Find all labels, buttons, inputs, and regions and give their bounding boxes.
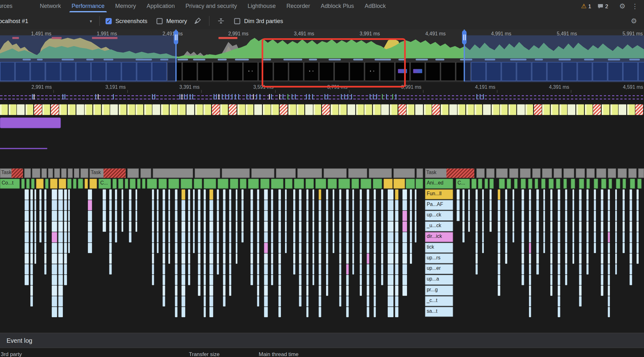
flame-entry[interactable] [637, 232, 639, 243]
task-bar[interactable] [629, 168, 637, 178]
flame-entry[interactable] [181, 275, 185, 285]
flame-entry[interactable] [30, 200, 33, 210]
flame-entry[interactable] [271, 253, 273, 264]
task-bar[interactable] [608, 168, 616, 178]
flame-entry[interactable] [278, 264, 281, 275]
memory-checkbox[interactable]: Memory [156, 18, 187, 24]
flame-entry[interactable] [21, 179, 25, 189]
flame-entry[interactable] [319, 275, 321, 285]
task-bar[interactable] [195, 168, 220, 178]
flame-entry[interactable] [563, 179, 567, 189]
flame-entry[interactable] [544, 200, 545, 210]
flame-entry[interactable] [498, 189, 500, 200]
flame-entry[interactable] [594, 232, 596, 243]
frame-cell[interactable] [635, 104, 643, 115]
flame-entry[interactable] [579, 211, 582, 221]
flame-entry[interactable] [388, 275, 393, 285]
flame-entry[interactable] [30, 221, 33, 232]
flame-entry-labeled[interactable]: Ani...ed [425, 179, 453, 189]
flame-entry[interactable] [52, 275, 57, 285]
flame-entry[interactable] [601, 253, 603, 264]
flame-entry[interactable] [168, 243, 170, 253]
flame-entry[interactable] [565, 275, 567, 285]
flame-entry[interactable] [251, 211, 253, 221]
flame-entry[interactable] [307, 275, 308, 285]
flame-entry[interactable] [115, 200, 117, 210]
flame-entry[interactable] [388, 307, 393, 317]
task-bar[interactable] [153, 168, 193, 178]
flame-entry[interactable] [333, 221, 334, 232]
flame-entry[interactable] [544, 189, 545, 200]
flame-entry[interactable] [204, 296, 206, 307]
flame-entry[interactable] [175, 253, 178, 264]
flame-entry[interactable] [482, 243, 484, 253]
flame-entry[interactable] [608, 253, 610, 264]
flame-entry[interactable] [257, 296, 259, 307]
flame-entry[interactable] [198, 264, 200, 275]
frames-track[interactable] [0, 104, 644, 117]
flame-entry[interactable] [579, 264, 582, 275]
flame-entry[interactable] [489, 200, 491, 210]
flame-entry[interactable] [352, 200, 354, 210]
flame-entry[interactable] [416, 179, 423, 189]
frame-cell[interactable] [305, 104, 313, 115]
flame-entry[interactable] [218, 179, 228, 189]
flame-entry[interactable] [278, 200, 281, 210]
flame-entry[interactable] [558, 221, 560, 232]
memory-checkbox-box[interactable] [156, 18, 162, 24]
flame-entry[interactable] [181, 221, 185, 232]
flame-entry[interactable] [608, 189, 610, 200]
flame-entry[interactable] [68, 221, 70, 232]
frame-cell[interactable] [568, 104, 576, 115]
flame-entry[interactable] [623, 243, 624, 253]
flame-entry[interactable] [152, 275, 154, 285]
flame-entry[interactable] [550, 221, 552, 232]
flame-entry[interactable] [558, 200, 560, 210]
flame-entry[interactable] [623, 221, 624, 232]
frame-cell[interactable] [85, 104, 93, 115]
flame-entry[interactable] [58, 307, 63, 317]
flame-entry[interactable] [374, 189, 376, 200]
flame-entry[interactable] [241, 200, 243, 210]
flame-entry[interactable] [30, 243, 33, 253]
task-bar[interactable] [586, 168, 595, 178]
flame-entry[interactable] [64, 264, 67, 275]
flame-entry[interactable] [278, 211, 281, 221]
flame-entry[interactable] [326, 243, 328, 253]
flame-entry[interactable] [586, 221, 588, 232]
flame-entry[interactable] [115, 211, 117, 221]
flame-entry[interactable] [529, 200, 531, 210]
frame-cell[interactable] [280, 104, 288, 115]
flame-entry[interactable] [68, 232, 70, 243]
task-bar[interactable] [596, 168, 606, 178]
flame-entry[interactable] [315, 179, 326, 189]
flame-entry[interactable] [278, 286, 281, 296]
flame-entry[interactable] [85, 179, 88, 189]
flame-entry[interactable] [293, 253, 295, 264]
flame-entry[interactable] [522, 253, 524, 264]
flame-entry[interactable] [498, 243, 500, 253]
flame-entry[interactable] [476, 221, 477, 232]
flame-entry-labeled[interactable]: _c...t [425, 296, 453, 306]
flame-entry[interactable] [129, 189, 131, 200]
flame-entry[interactable] [293, 232, 295, 243]
flame-entry[interactable] [64, 211, 67, 221]
flame-entry[interactable] [381, 264, 383, 275]
flame-entry[interactable] [88, 232, 92, 243]
flame-entry[interactable] [403, 221, 407, 232]
flame-entry[interactable] [193, 221, 195, 232]
flame-entry[interactable] [471, 179, 477, 189]
flame-entry[interactable] [586, 211, 588, 221]
flame-entry[interactable] [229, 253, 231, 264]
flame-entry[interactable] [168, 253, 170, 264]
flame-entry[interactable] [236, 221, 237, 232]
flame-entry[interactable] [333, 189, 334, 200]
flame-entry[interactable] [313, 189, 314, 200]
flame-entry[interactable] [346, 200, 349, 210]
flame-entry[interactable] [388, 232, 393, 243]
flame-entry[interactable] [64, 243, 67, 253]
flame-entry[interactable] [393, 179, 405, 189]
task-bar[interactable] [68, 168, 73, 178]
flame-entry[interactable] [544, 221, 545, 232]
task-bar[interactable] [509, 168, 519, 178]
